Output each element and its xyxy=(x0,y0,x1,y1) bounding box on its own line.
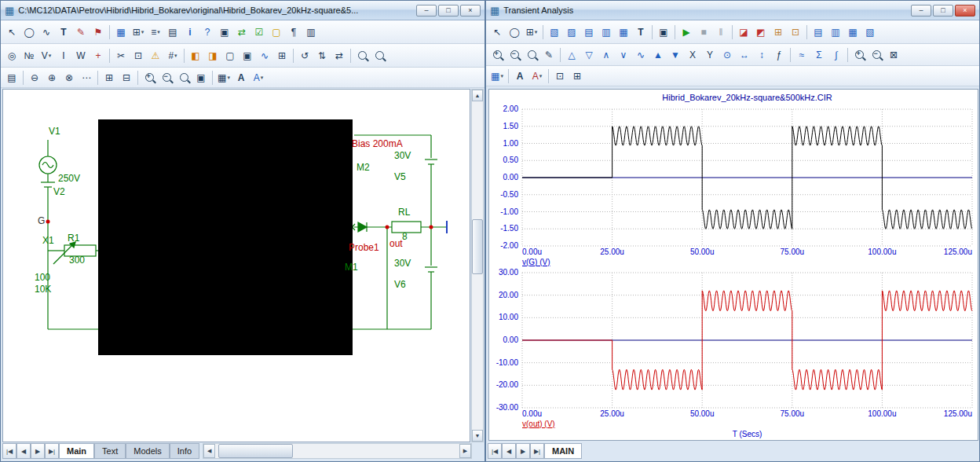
ghost-cursor-icon[interactable]: ◯ xyxy=(20,24,38,41)
graphics-mode-icon[interactable]: ✎ xyxy=(72,24,90,41)
sheet-icon[interactable]: ▢ xyxy=(268,24,285,41)
horizontal-tag-icon[interactable]: ▥ xyxy=(598,24,615,41)
step-down-icon[interactable]: ⊖ xyxy=(26,69,43,86)
scope-icon[interactable]: ▦ xyxy=(112,24,130,41)
transient-plot-panel[interactable]: 0.00u25.00u50.00u75.00u100.00u125.00u2.0… xyxy=(488,89,978,441)
font-edit-icon[interactable]: A▾ xyxy=(250,69,267,86)
performance-icon[interactable]: ƒ xyxy=(770,46,788,64)
copy-window-icon[interactable]: ⊞ xyxy=(569,68,586,85)
peak-icon[interactable]: △ xyxy=(563,46,580,64)
import-wizard-icon[interactable]: ⊞▾ xyxy=(130,24,147,41)
analysis-titlebar[interactable]: ▦ Transient Analysis –□× xyxy=(486,1,979,20)
node-voltages-icon[interactable]: V▾ xyxy=(38,47,55,64)
scroll-up-arrow[interactable]: ▲ xyxy=(472,90,483,101)
tag-horizontal-icon[interactable]: ↔ xyxy=(736,46,753,64)
zoom-out-icon[interactable]: − xyxy=(158,69,175,86)
more-options-icon[interactable]: ⋯ xyxy=(78,69,95,86)
tokens-icon[interactable]: ◩ xyxy=(752,24,770,41)
page-add-icon[interactable]: ▢ xyxy=(221,47,239,64)
vscroll-thumb[interactable] xyxy=(472,219,483,274)
global-low-icon[interactable]: ▼ xyxy=(667,46,684,64)
find-icon[interactable] xyxy=(353,47,371,64)
annotate-icon[interactable]: ✎ xyxy=(540,46,558,64)
global-high-icon[interactable]: ▲ xyxy=(649,46,667,64)
format-icon[interactable]: A▾ xyxy=(528,68,546,85)
minor-grids-icon[interactable]: ▦ xyxy=(844,24,861,41)
schematic-canvas[interactable]: V1250VV2GX1R130010010KBias 200mAM230VV5R… xyxy=(2,89,470,442)
page-list-icon[interactable]: ▣ xyxy=(239,47,256,64)
next-page-button[interactable]: ▶ xyxy=(516,443,530,459)
vscroll-track[interactable] xyxy=(472,101,483,430)
minimize-button[interactable]: – xyxy=(911,5,931,16)
copy-graph-icon[interactable]: ⊡ xyxy=(551,68,569,85)
info-mode-icon[interactable]: i xyxy=(181,24,199,41)
tag-vertical-icon[interactable]: ↕ xyxy=(753,46,770,64)
zoom-out-icon[interactable]: − xyxy=(868,46,885,64)
link-mode-icon[interactable]: ⇄ xyxy=(233,24,250,41)
maximize-button[interactable]: □ xyxy=(933,5,953,16)
powers-icon[interactable]: W xyxy=(72,47,90,64)
tab-main[interactable]: Main xyxy=(59,443,94,459)
data-points-icon[interactable]: ◪ xyxy=(735,24,752,41)
tag-point-icon[interactable]: ⊙ xyxy=(719,46,736,64)
cut-icon[interactable]: ✂ xyxy=(112,47,130,64)
low-icon[interactable]: ∨ xyxy=(615,46,632,64)
close-button[interactable]: × xyxy=(460,5,481,16)
tab-main[interactable]: MAIN xyxy=(544,443,582,459)
inflection-icon[interactable]: ∿ xyxy=(632,46,649,64)
go-to-y-icon[interactable]: Y xyxy=(701,46,719,64)
tab-text[interactable]: Text xyxy=(94,443,126,459)
find-next-icon[interactable] xyxy=(371,47,388,64)
tab-info[interactable]: Info xyxy=(170,443,199,459)
clip-mode-icon[interactable]: ◎ xyxy=(3,47,20,64)
first-page-button[interactable]: |◀ xyxy=(488,443,502,459)
baseline-icon[interactable]: ▧ xyxy=(861,24,879,41)
autoscale-icon[interactable]: ⊠ xyxy=(885,46,902,64)
grid-options-icon[interactable]: ▦▾ xyxy=(488,68,506,85)
last-page-button[interactable]: ▶| xyxy=(45,443,59,459)
title-block-icon[interactable]: ◨ xyxy=(204,47,221,64)
step-up-icon[interactable]: ⊕ xyxy=(43,69,60,86)
envelope-icon[interactable]: ≈ xyxy=(793,46,810,64)
scroll-down-arrow[interactable]: ▼ xyxy=(472,430,483,442)
scroll-right-arrow[interactable]: ▶ xyxy=(459,444,471,458)
prev-page-button[interactable]: ◀ xyxy=(16,443,31,459)
select-icon[interactable]: ↖ xyxy=(488,24,506,41)
flag-mode-icon[interactable]: ⚑ xyxy=(90,24,107,41)
magnify-region-icon[interactable] xyxy=(523,46,540,64)
clear-icon[interactable]: ⊗ xyxy=(60,69,78,86)
notes-icon[interactable]: ¶ xyxy=(285,24,302,41)
file-open-icon[interactable]: ⊞▾ xyxy=(523,24,540,41)
high-icon[interactable]: ∧ xyxy=(598,46,615,64)
close-button[interactable]: × xyxy=(955,5,975,16)
prev-page-button[interactable]: ◀ xyxy=(502,443,516,459)
select-icon[interactable]: ↖ xyxy=(3,24,20,41)
image-icon[interactable]: ▣ xyxy=(192,69,210,86)
node-numbers-icon[interactable]: № xyxy=(20,47,38,64)
grid-snap-icon[interactable]: ▦▾ xyxy=(215,69,232,86)
font-icon[interactable]: A xyxy=(232,69,250,86)
rotate-icon[interactable]: ↺ xyxy=(296,47,313,64)
scroll-left-arrow[interactable]: ◀ xyxy=(203,444,215,458)
schematic-hscrollbar[interactable]: ◀ ▶ xyxy=(203,443,472,459)
first-page-button[interactable]: |◀ xyxy=(2,443,16,459)
maximize-button[interactable]: □ xyxy=(438,5,459,16)
cursor-mode-icon[interactable]: ▨ xyxy=(563,24,580,41)
pause-icon[interactable]: ‖ xyxy=(712,24,730,41)
file-pages-icon[interactable]: ▥ xyxy=(302,24,320,41)
stop-icon[interactable]: ■ xyxy=(695,24,712,41)
font-icon[interactable]: A xyxy=(511,68,528,85)
border-icon[interactable]: ◧ xyxy=(187,47,204,64)
curve-name-label[interactable]: v(G) (V) xyxy=(522,258,550,266)
last-page-button[interactable]: ▶| xyxy=(530,443,544,459)
ruler-icon[interactable]: ⊞ xyxy=(770,24,787,41)
hscroll-thumb[interactable] xyxy=(218,444,293,458)
hscroll-track[interactable] xyxy=(215,444,459,458)
zoom-select-icon[interactable] xyxy=(175,69,192,86)
ghost-cursor-icon[interactable]: ◯ xyxy=(506,24,523,41)
plus-mark-icon[interactable]: ⊡ xyxy=(787,24,804,41)
valley-icon[interactable]: ▽ xyxy=(580,46,598,64)
enable-check-icon[interactable]: ☑ xyxy=(250,24,268,41)
tab-models[interactable]: Models xyxy=(126,443,169,459)
currents-icon[interactable]: I xyxy=(55,47,72,64)
